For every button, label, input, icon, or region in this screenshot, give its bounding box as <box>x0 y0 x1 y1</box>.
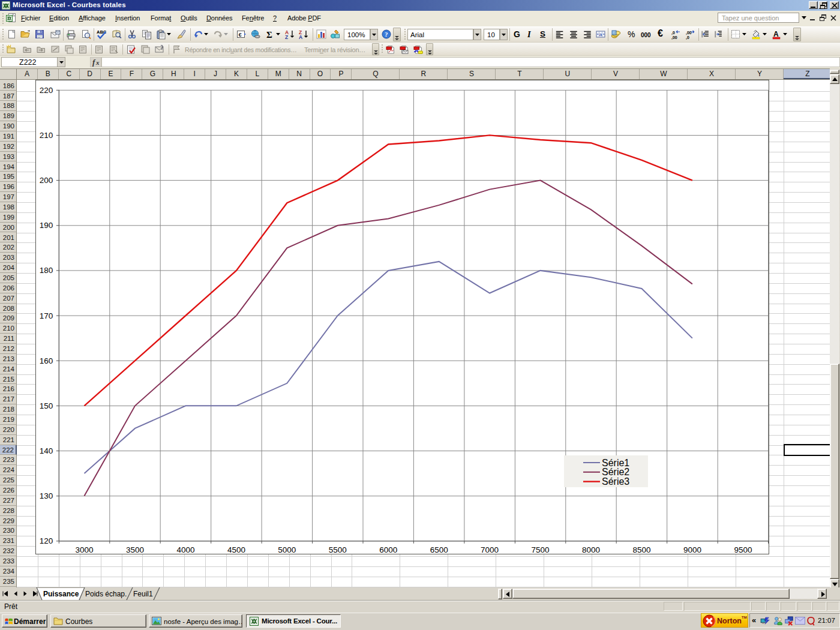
svg-text:?: ? <box>385 31 388 38</box>
svg-text:150: 150 <box>40 401 53 410</box>
svg-text:160: 160 <box>40 356 53 365</box>
svg-text:220: 220 <box>40 86 53 95</box>
svg-text:Σ: Σ <box>266 30 272 40</box>
svg-text:5500: 5500 <box>329 545 347 554</box>
svg-text:9000: 9000 <box>683 545 701 554</box>
svg-text:9500: 9500 <box>734 545 752 554</box>
svg-text:6000: 6000 <box>379 545 397 554</box>
svg-text:7500: 7500 <box>532 545 550 554</box>
svg-text:7000: 7000 <box>481 545 499 554</box>
svg-text:4500: 4500 <box>227 545 245 554</box>
svg-text:8000: 8000 <box>582 545 600 554</box>
svg-text:3000: 3000 <box>75 545 93 554</box>
svg-text:170: 170 <box>40 311 53 320</box>
svg-text:Z: Z <box>285 34 288 40</box>
svg-text:210: 210 <box>40 131 53 140</box>
svg-text:Série3: Série3 <box>602 476 629 487</box>
svg-text:5000: 5000 <box>278 545 296 554</box>
svg-text:,0: ,0 <box>686 35 689 40</box>
svg-text:8500: 8500 <box>632 545 650 554</box>
svg-text:,00: ,00 <box>671 35 677 40</box>
svg-text:a: a <box>599 32 602 37</box>
svg-text:200: 200 <box>40 176 53 185</box>
svg-text:6500: 6500 <box>430 545 448 554</box>
svg-text:€: € <box>239 31 242 38</box>
svg-text:120: 120 <box>40 536 53 545</box>
svg-text:190: 190 <box>40 221 53 230</box>
svg-text:3500: 3500 <box>126 545 144 554</box>
svg-text:Série2: Série2 <box>602 467 629 477</box>
svg-text:130: 130 <box>40 491 53 500</box>
svg-text:Série1: Série1 <box>602 458 629 468</box>
svg-text:A: A <box>299 34 302 40</box>
svg-text:140: 140 <box>40 446 53 455</box>
svg-text:4000: 4000 <box>176 545 194 554</box>
svg-text:180: 180 <box>40 266 53 275</box>
